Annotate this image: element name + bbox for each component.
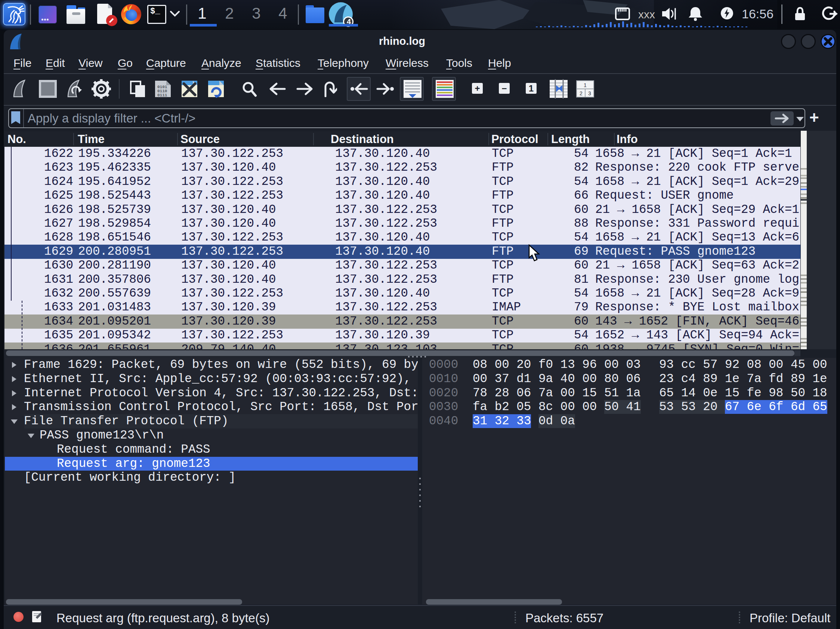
svg-text:2: 2 [579, 90, 583, 96]
svg-text:1: 1 [584, 82, 587, 88]
svg-text:3: 3 [588, 90, 591, 96]
svg-text:0111: 0111 [157, 93, 167, 98]
